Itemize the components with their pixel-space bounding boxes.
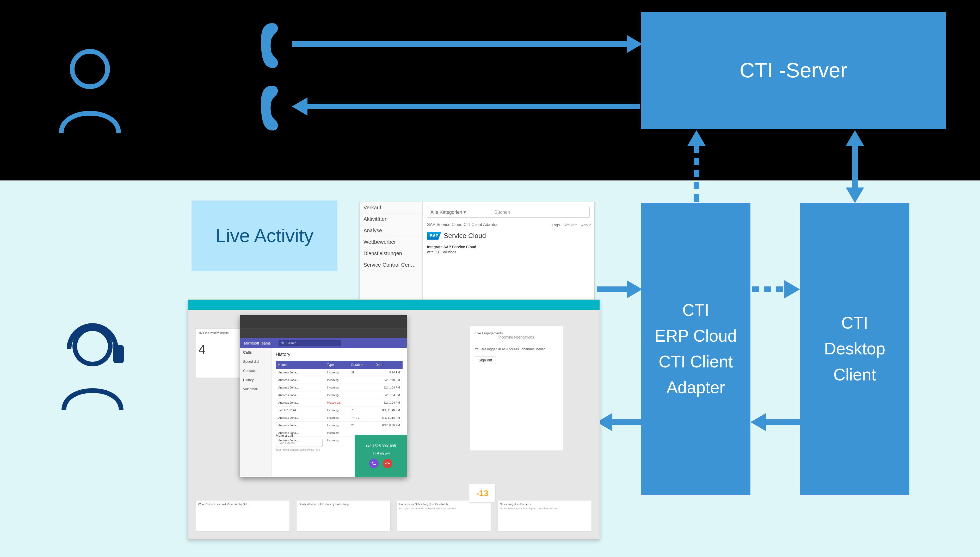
history-row[interactable]: Andreas Joha…Missed call8/2, 1:04 PM <box>276 399 403 407</box>
menu-about[interactable]: About <box>581 223 591 227</box>
history-title: History <box>276 352 403 357</box>
accept-call-button[interactable] <box>369 459 379 468</box>
kpi-negative-badge: -13 <box>469 484 496 503</box>
arrow-desktop-to-adapter <box>765 419 800 425</box>
history-row[interactable]: Andreas Joha…Incoming7m 7s8/1, 11:18 PM <box>276 414 403 422</box>
menu-simulate[interactable]: Simulate <box>564 223 577 227</box>
history-row[interactable]: Andreas Joha…Incoming8/2, 1:40 PM <box>276 376 403 384</box>
window-menu: Logs Simulate About <box>549 223 591 227</box>
svg-rect-1 <box>113 345 124 363</box>
desktop-line: CTI <box>824 310 885 336</box>
arrow-desktop-server-up <box>846 130 864 146</box>
cti-server-label: CTI -Server <box>740 58 847 82</box>
adapter-line: CTI Client <box>655 349 737 375</box>
history-row[interactable]: Andreas Joha…Incoming238/17, 8:08 PM <box>276 422 403 429</box>
live-engagements-title: Live Engagements <box>475 331 558 335</box>
dash-seg <box>694 182 699 189</box>
nav-item[interactable]: Dienstleistungen <box>360 248 422 259</box>
make-call-panel: Make a call Type a name Your recent cont… <box>276 433 323 451</box>
incoming-call-popup: +49 1525 3931695 is calling you <box>354 435 407 477</box>
arrow-shots-to-adapter-head <box>627 280 642 298</box>
arrow-call-in <box>306 104 640 109</box>
arrow-adapter-to-server-head <box>688 130 706 146</box>
agent-icon <box>51 316 134 413</box>
history-row[interactable]: +49 201 6144…Incoming7m8/1, 11:48 PM <box>276 407 403 414</box>
phone-out-icon <box>255 21 289 70</box>
history-header: Name Type Duration Date <box>276 361 403 369</box>
make-call-hint: Your recent contacts will show up here <box>276 448 323 451</box>
sap-window-bar <box>188 300 599 310</box>
bottom-tile-row: Won Revenue vs Lost Revenue by Sal… Deal… <box>196 500 592 531</box>
arrow-shots-to-adapter <box>597 287 628 292</box>
adapter-line: ERP Cloud <box>655 323 737 349</box>
incoming-notifications-label: Incoming Notifications <box>475 335 558 339</box>
sap-logo: SAP <box>427 232 441 240</box>
dash-seg <box>694 170 699 177</box>
cti-adapter-box: CTI ERP Cloud CTI Client Adapter <box>641 203 750 495</box>
logged-in-text: You are logged in as Andreas Johannes Me… <box>475 347 558 351</box>
bottom-tile[interactable]: Deals Won vs Total deals by Sales Rep <box>296 500 390 531</box>
history-row[interactable]: Andreas Joha…Incoming299:24 PM <box>276 369 403 376</box>
decline-call-button[interactable] <box>383 459 392 468</box>
service-cloud-title: Service Cloud <box>444 232 486 240</box>
search-input[interactable]: Suchen <box>491 207 590 217</box>
live-activity-label: Live Activity <box>191 200 337 271</box>
arrow-call-out <box>292 41 628 47</box>
history-row[interactable]: Andreas Joha…Incoming8/2, 1:04 PM <box>276 384 403 391</box>
desktop-line: Desktop <box>824 336 885 362</box>
dash-h-seg <box>776 287 783 292</box>
calls-nav-item[interactable]: Contacts <box>240 366 271 375</box>
svg-point-2 <box>75 329 110 364</box>
teams-brand: Microsoft Teams <box>244 341 271 345</box>
search-bar: Alle Kategorien ▾ Suchen <box>427 207 590 218</box>
incoming-sub: is calling you <box>372 451 390 455</box>
phone-in-icon <box>255 83 289 133</box>
bottom-tile[interactable]: Sales Target vs ForecastNo report data a… <box>498 500 592 531</box>
nav-item[interactable]: Service-Control-Cen… <box>360 259 422 271</box>
dash-h-seg <box>764 287 771 292</box>
live-engagements-panel: Live Engagements Incoming Notifications … <box>469 326 563 451</box>
browser-tabbar <box>240 315 407 328</box>
bottom-tile[interactable]: Won Revenue vs Lost Revenue by Sal… <box>196 500 290 531</box>
screenshot-sap-sidebar: Verkauf Aktivitäten Analyse Wettbewerber… <box>359 202 595 306</box>
live-activity-text: Live Activity <box>216 225 314 246</box>
calls-nav-item[interactable]: Speed dial <box>240 357 271 366</box>
teams-calls-nav: Calls Speed dial Contacts History Voicem… <box>240 348 271 477</box>
browser-urlbar <box>240 328 407 338</box>
integrate-text: Integrate SAP Service Cloud with CTI Sol… <box>427 244 590 255</box>
desktop-line: Client <box>824 362 885 388</box>
history-rows: Andreas Joha…Incoming299:24 PMAndreas Jo… <box>276 369 403 444</box>
nav-item[interactable]: Wettbewerber <box>360 236 422 248</box>
calls-nav-title: Calls <box>240 348 271 357</box>
arrow-call-in-head <box>292 98 307 116</box>
category-dropdown[interactable]: Alle Kategorien ▾ <box>427 207 491 217</box>
calls-nav-item[interactable]: Voicemail <box>240 384 271 394</box>
arrow-desktop-server-down <box>846 187 864 203</box>
arrow-adapter-to-shots <box>611 419 641 425</box>
caller-icon <box>51 44 129 135</box>
arrow-desktop-to-adapter-head <box>750 413 766 431</box>
teams-appbar: Microsoft Teams 🔍 Search <box>240 338 407 348</box>
make-call-input[interactable]: Type a name <box>276 439 323 447</box>
arrow-call-out-head <box>627 35 642 53</box>
dash-seg <box>694 158 699 165</box>
screenshot-teams-calls: Microsoft Teams 🔍 Search Calls Speed dia… <box>240 315 407 477</box>
nav-item[interactable]: Verkauf <box>360 202 422 213</box>
calls-nav-item[interactable]: History <box>240 375 271 384</box>
svg-point-0 <box>72 51 108 87</box>
nav-item[interactable]: Analyse <box>360 225 422 236</box>
menu-logs[interactable]: Logs <box>552 223 560 227</box>
make-call-title: Make a call <box>276 433 323 438</box>
nav-item[interactable]: Aktivitäten <box>360 213 422 225</box>
dash-h-seg <box>752 287 759 292</box>
sign-out-button[interactable]: Sign out <box>475 356 496 364</box>
arrow-adapter-to-desktop-head <box>784 280 800 298</box>
incoming-number: +49 1525 3931695 <box>365 444 396 448</box>
bottom-tile[interactable]: Forecast vs Sales Target vs Pipeline b…N… <box>397 500 491 531</box>
arrow-desktop-server-line <box>852 145 858 189</box>
cti-server-box: CTI -Server <box>641 12 946 129</box>
dash-seg <box>694 146 699 153</box>
teams-search-input[interactable]: 🔍 Search <box>279 340 341 346</box>
adapter-line: CTI <box>655 297 737 323</box>
history-row[interactable]: Andreas Joha…Incoming8/2, 1:04 PM <box>276 391 403 399</box>
